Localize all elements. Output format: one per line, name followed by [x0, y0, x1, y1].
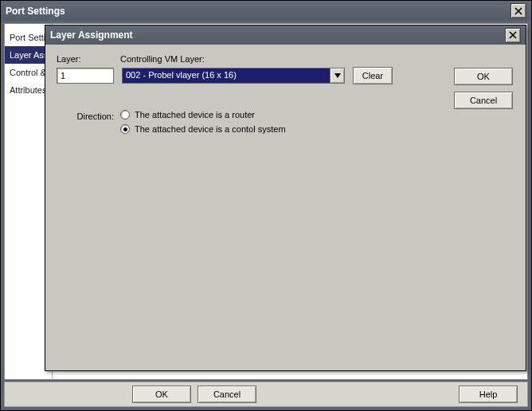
- radio-icon: [120, 110, 130, 119]
- layer-assignment-ok-button[interactable]: OK: [454, 68, 513, 85]
- port-settings-footer: OK Cancel Help: [4, 382, 528, 407]
- port-settings-cancel-button[interactable]: Cancel: [198, 386, 256, 403]
- direction-label: Direction:: [57, 110, 120, 121]
- chevron-down-icon: [334, 73, 341, 78]
- radio-label: The attached device is a contol system: [135, 124, 286, 134]
- layer-assignment-close-button[interactable]: [505, 28, 521, 43]
- layer-label: Layer:: [57, 54, 120, 64]
- close-icon: [514, 7, 522, 15]
- port-settings-window: Port Settings Port Settings Layer Assign…: [0, 0, 532, 411]
- port-settings-close-button[interactable]: [510, 3, 526, 18]
- layer-input[interactable]: [57, 68, 114, 84]
- controlling-vm-layer-dropdown[interactable]: 002 - Probel vlayer (16 x 16): [122, 68, 345, 84]
- layer-assignment-dialog: Layer Assignment Layer: Controlling VM L…: [45, 25, 526, 371]
- close-icon: [509, 31, 517, 39]
- direction-option-router[interactable]: The attached device is a router: [120, 110, 286, 119]
- tab-label: Attributes: [10, 85, 46, 95]
- layer-assignment-cancel-button[interactable]: Cancel: [454, 92, 513, 109]
- layer-assignment-titlebar: Layer Assignment: [45, 25, 526, 45]
- clear-button[interactable]: Clear: [353, 67, 393, 84]
- dropdown-button[interactable]: [330, 68, 344, 83]
- port-settings-ok-button[interactable]: OK: [132, 386, 191, 403]
- direction-option-control-system[interactable]: The attached device is a contol system: [120, 124, 286, 134]
- port-settings-help-button[interactable]: Help: [459, 386, 518, 403]
- layer-assignment-body: Layer: Controlling VM Layer: 002 - Probe…: [49, 48, 522, 367]
- layer-assignment-title: Layer Assignment: [50, 29, 505, 41]
- radio-icon: [120, 124, 130, 134]
- radio-label: The attached device is a router: [135, 110, 255, 119]
- direction-radio-group: The attached device is a router The atta…: [120, 110, 286, 134]
- port-settings-titlebar: Port Settings: [1, 1, 531, 21]
- port-settings-title: Port Settings: [6, 6, 510, 17]
- controlling-vm-layer-label: Controlling VM Layer:: [120, 54, 343, 64]
- controlling-vm-layer-value: 002 - Probel vlayer (16 x 16): [123, 68, 330, 83]
